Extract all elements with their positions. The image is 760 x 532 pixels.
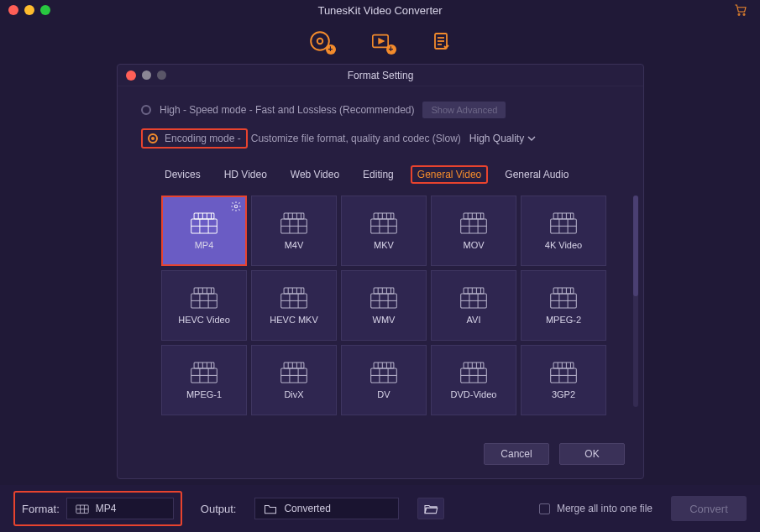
format-label: Format: [22, 503, 60, 515]
radio-icon [141, 105, 151, 115]
format-field-highlight: Format: MP4 [13, 491, 182, 526]
encoding-mode-row[interactable]: Encoding mode - Customize file format, q… [141, 128, 620, 149]
ok-button[interactable]: OK [559, 443, 625, 465]
format-3gp2[interactable]: 3GP2 [521, 345, 606, 415]
format-label: MPEG-1 [186, 389, 222, 399]
scrollbar-thumb[interactable] [633, 196, 638, 296]
format-label: DVD-Video [451, 389, 497, 399]
film-icon [459, 361, 488, 384]
scrollbar[interactable] [633, 196, 638, 407]
encoding-mode-label-rest: Customize file format, quality and codec… [251, 133, 461, 144]
category-tabs: Devices HD Video Web Video Editing Gener… [118, 159, 643, 184]
merge-label: Merge all into one file [557, 503, 653, 514]
format-label: HEVC Video [178, 315, 230, 325]
high-speed-mode-label: High - Speed mode - Fast and Lossless (R… [160, 104, 414, 116]
film-icon [549, 211, 578, 235]
format-label: 3GP2 [552, 389, 575, 399]
film-icon [370, 286, 398, 310]
tasks-button[interactable] [429, 29, 453, 53]
plus-icon: + [386, 44, 396, 55]
output-label: Output: [201, 503, 237, 515]
format-label: HEVC MKV [270, 315, 317, 325]
format-label: 4K Video [545, 240, 582, 250]
show-advanced-button[interactable]: Show Advanced [422, 102, 506, 118]
film-icon [459, 286, 488, 310]
quality-dropdown[interactable]: High Quality [469, 133, 536, 144]
encoding-mode-label-prefix: Encoding mode - [165, 133, 241, 144]
film-icon [549, 361, 578, 384]
format-dv[interactable]: DV [341, 345, 427, 415]
dialog-header: Format Setting [118, 65, 643, 86]
output-value: Converted [284, 503, 330, 514]
format-wmv[interactable]: WMV [341, 270, 427, 341]
film-icon [190, 361, 218, 384]
film-icon [459, 211, 488, 235]
format-4k-video[interactable]: 4K Video [521, 196, 606, 266]
format-m4v[interactable]: M4V [251, 196, 337, 266]
film-icon [280, 286, 308, 310]
format-divx[interactable]: DivX [251, 345, 337, 415]
merge-checkbox-row[interactable]: Merge all into one file [539, 503, 653, 514]
film-icon [190, 211, 218, 235]
add-video-button[interactable]: + [369, 29, 392, 53]
mode-selection: High - Speed mode - Fast and Lossless (R… [118, 86, 643, 149]
film-icon [280, 361, 308, 384]
tab-devices[interactable]: Devices [158, 165, 207, 184]
dialog-footer: Cancel OK [484, 443, 625, 465]
format-mpeg-2[interactable]: MPEG-2 [521, 270, 606, 341]
svg-point-9 [234, 205, 238, 208]
plus-icon: + [326, 44, 336, 55]
convert-button[interactable]: Convert [671, 496, 747, 521]
high-speed-mode-row[interactable]: High - Speed mode - Fast and Lossless (R… [141, 102, 620, 118]
output-path-field[interactable]: Converted [254, 498, 399, 519]
gear-icon[interactable] [230, 201, 242, 212]
format-mp4[interactable]: MP4 [161, 196, 247, 266]
format-label: MOV [463, 240, 484, 250]
cancel-button[interactable]: Cancel [484, 443, 549, 465]
tab-web-video[interactable]: Web Video [284, 165, 346, 184]
radio-icon [148, 133, 158, 143]
format-setting-dialog: Format Setting High - Speed mode - Fast … [117, 64, 644, 479]
film-icon [370, 211, 398, 235]
dialog-title: Format Setting [118, 70, 643, 81]
cart-icon[interactable] [733, 3, 748, 17]
folder-icon [264, 503, 277, 514]
format-label: MKV [374, 240, 394, 250]
format-avi[interactable]: AVI [431, 270, 516, 341]
format-dvd-video[interactable]: DVD-Video [431, 345, 516, 415]
app-title: TunesKit Video Converter [0, 4, 760, 17]
format-label: MPEG-2 [546, 315, 581, 325]
add-disc-button[interactable]: + [308, 29, 332, 53]
main-toolbar: + + [0, 20, 760, 62]
bottom-bar: Format: MP4 Output: Converted Merge all … [0, 485, 760, 532]
format-grid: MP4 M4V MKV MOV 4K Video HEVC Video HEVC… [131, 190, 630, 420]
tab-general-audio[interactable]: General Audio [498, 165, 575, 184]
format-label: DivX [284, 389, 303, 399]
quality-value: High Quality [469, 133, 524, 144]
browse-output-button[interactable] [417, 498, 444, 519]
film-icon [280, 211, 308, 235]
format-hevc-video[interactable]: HEVC Video [161, 270, 247, 341]
tab-editing[interactable]: Editing [356, 165, 401, 184]
tab-general-video[interactable]: General Video [411, 165, 489, 184]
folder-open-icon [423, 503, 438, 514]
format-label: WMV [373, 315, 396, 325]
format-mkv[interactable]: MKV [341, 196, 427, 266]
format-grid-container: MP4 M4V MKV MOV 4K Video HEVC Video HEVC… [118, 184, 643, 420]
svg-point-3 [317, 39, 322, 44]
tab-hd-video[interactable]: HD Video [218, 165, 274, 184]
encoding-mode-highlight: Encoding mode - [141, 128, 248, 149]
chevron-down-icon [527, 134, 536, 143]
film-icon [76, 503, 89, 514]
format-mov[interactable]: MOV [431, 196, 516, 266]
titlebar: TunesKit Video Converter [0, 0, 760, 20]
checkbox-icon [539, 503, 550, 514]
svg-point-1 [743, 13, 745, 15]
format-label: M4V [285, 240, 304, 250]
film-icon [190, 286, 218, 310]
format-mpeg-1[interactable]: MPEG-1 [161, 345, 247, 415]
format-value: MP4 [96, 503, 117, 514]
format-label: MP4 [195, 240, 214, 250]
format-hevc-mkv[interactable]: HEVC MKV [251, 270, 337, 341]
format-selector[interactable]: MP4 [66, 498, 174, 519]
